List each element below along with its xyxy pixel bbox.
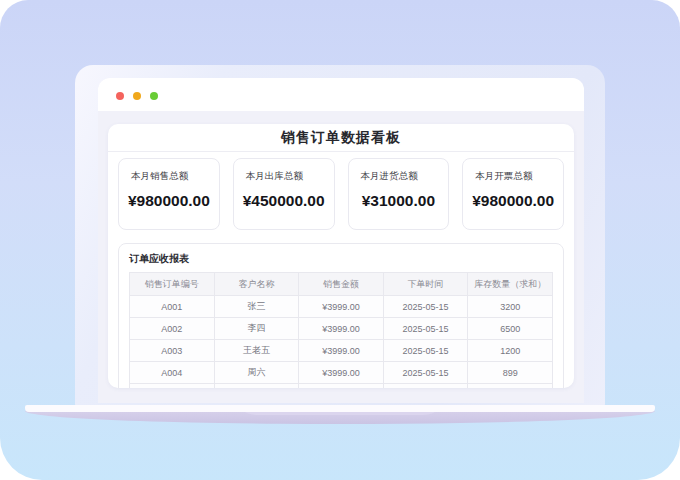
table-cell <box>299 384 384 389</box>
column-header: 下单时间 <box>383 273 468 296</box>
close-button[interactable] <box>116 92 124 100</box>
page-title: 销售订单数据看板 <box>281 129 401 147</box>
table-row <box>130 384 553 389</box>
marketing-graphic: 销售订单数据看板 本月销售总额 ¥980000.00 本月出库总额 ¥45000… <box>0 0 680 480</box>
stat-card: 本月开票总额 ¥980000.00 <box>462 158 564 230</box>
table-cell: 1200 <box>468 340 553 362</box>
table-cell: 王老五 <box>214 340 299 362</box>
stat-card: 本月销售总额 ¥980000.00 <box>118 158 220 230</box>
report-section: 订单应收报表 销售订单编号客户名称销售金额下单时间库存数量（求和） A001张三… <box>118 243 564 388</box>
table-row: A003王老五¥3999.002025-05-151200 <box>130 340 553 362</box>
column-header: 销售订单编号 <box>130 273 215 296</box>
dashboard-header: 销售订单数据看板 <box>108 124 574 152</box>
table-row: A002李四¥3999.002025-05-156500 <box>130 318 553 340</box>
stat-card: 本月出库总额 ¥450000.00 <box>233 158 335 230</box>
stat-label: 本月出库总额 <box>246 170 334 183</box>
dashboard-panel: 销售订单数据看板 本月销售总额 ¥980000.00 本月出库总额 ¥45000… <box>108 124 574 388</box>
table-cell <box>383 384 468 389</box>
stat-value: ¥980000.00 <box>463 192 563 210</box>
table-cell: 李四 <box>214 318 299 340</box>
table-cell: 2025-05-15 <box>383 296 468 318</box>
table-cell: 张三 <box>214 296 299 318</box>
table-row: A004周六¥3999.002025-05-15899 <box>130 362 553 384</box>
table-cell: ¥3999.00 <box>299 296 384 318</box>
table-cell: 2025-05-15 <box>383 318 468 340</box>
table-cell: 2025-05-15 <box>383 362 468 384</box>
column-header: 库存数量（求和） <box>468 273 553 296</box>
table-cell: ¥3999.00 <box>299 362 384 384</box>
table-cell: A004 <box>130 362 215 384</box>
stats-row: 本月销售总额 ¥980000.00 本月出库总额 ¥450000.00 本月进货… <box>118 158 564 230</box>
browser-window: 销售订单数据看板 本月销售总额 ¥980000.00 本月出库总额 ¥45000… <box>98 78 584 403</box>
maximize-button[interactable] <box>150 92 158 100</box>
table-row: A001张三¥3999.002025-05-153200 <box>130 296 553 318</box>
table-cell: A003 <box>130 340 215 362</box>
table-cell: 6500 <box>468 318 553 340</box>
report-table-body: A001张三¥3999.002025-05-153200A002李四¥3999.… <box>130 296 553 389</box>
table-cell: 周六 <box>214 362 299 384</box>
minimize-button[interactable] <box>133 92 141 100</box>
stat-value: ¥980000.00 <box>119 192 219 210</box>
traffic-lights <box>116 86 167 104</box>
stat-label: 本月进货总额 <box>361 170 449 183</box>
table-cell <box>468 384 553 389</box>
report-title: 订单应收报表 <box>129 252 553 266</box>
report-table: 销售订单编号客户名称销售金额下单时间库存数量（求和） A001张三¥3999.0… <box>129 272 553 388</box>
table-cell: 2025-05-15 <box>383 340 468 362</box>
table-cell: A002 <box>130 318 215 340</box>
laptop-screen-frame: 销售订单数据看板 本月销售总额 ¥980000.00 本月出库总额 ¥45000… <box>75 65 605 410</box>
report-table-head: 销售订单编号客户名称销售金额下单时间库存数量（求和） <box>130 273 553 296</box>
table-cell: ¥3999.00 <box>299 318 384 340</box>
table-cell: 3200 <box>468 296 553 318</box>
column-header: 客户名称 <box>214 273 299 296</box>
column-header: 销售金额 <box>299 273 384 296</box>
stat-label: 本月销售总额 <box>131 170 219 183</box>
stat-value: ¥450000.00 <box>234 192 334 210</box>
stat-value: ¥31000.00 <box>349 192 449 210</box>
stat-card: 本月进货总额 ¥31000.00 <box>348 158 450 230</box>
table-cell: ¥3999.00 <box>299 340 384 362</box>
header-row: 销售订单编号客户名称销售金额下单时间库存数量（求和） <box>130 273 553 296</box>
table-cell: 899 <box>468 362 553 384</box>
stat-label: 本月开票总额 <box>475 170 563 183</box>
laptop-base-top <box>25 405 655 412</box>
table-cell <box>130 384 215 389</box>
table-cell <box>214 384 299 389</box>
table-cell: A001 <box>130 296 215 318</box>
browser-toolbar <box>98 78 584 111</box>
